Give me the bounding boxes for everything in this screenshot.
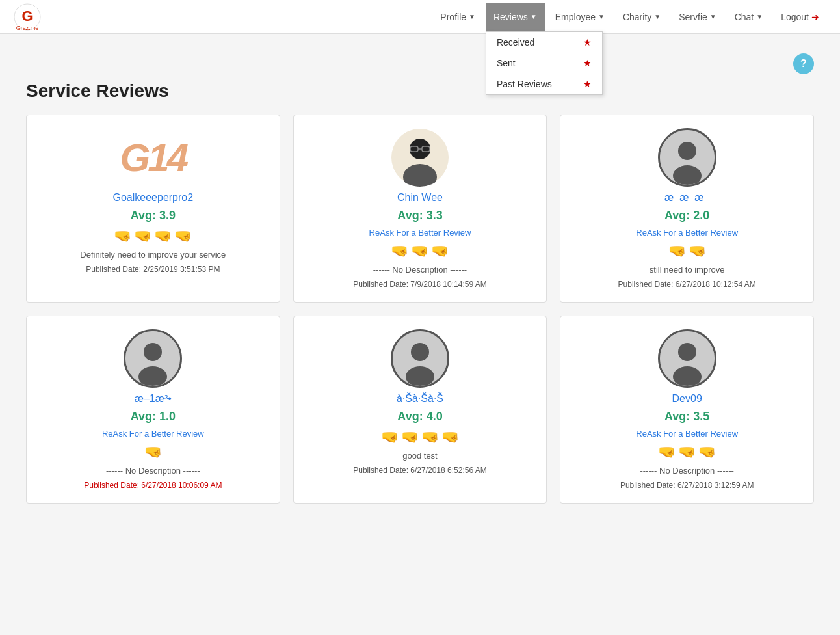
avatar-svg	[660, 331, 715, 386]
user-name[interactable]: Dev09	[672, 393, 702, 405]
svg-point-19	[678, 343, 696, 361]
user-name[interactable]: æ–1æ³•	[135, 393, 172, 405]
help-button[interactable]: ?	[793, 53, 814, 74]
dropdown-item-received[interactable]: Received ★	[486, 32, 602, 53]
pub-date: Published Date: 6/27/2018 10:12:54 AM	[618, 280, 756, 289]
svg-point-10	[678, 142, 696, 160]
reviews-dropdown: Received ★ Sent ★ Past Reviews ★	[486, 31, 603, 95]
sent-label: Sent	[497, 58, 516, 68]
avatar-g14: G14	[114, 128, 192, 187]
past-reviews-star: ★	[583, 79, 592, 89]
chat-caret: ▼	[756, 13, 763, 20]
profile-caret: ▼	[469, 13, 475, 20]
avg-score: Avg: 2.0	[664, 209, 709, 223]
star-icon: 🤜	[154, 228, 172, 245]
review-card: Dev09 Avg: 3.5 ReAsk For a Better Review…	[560, 316, 814, 504]
servfie-caret: ▼	[710, 13, 716, 20]
review-card: Chin Wee Avg: 3.3 ReAsk For a Better Rev…	[293, 115, 547, 303]
pub-date: Published Date: 7/9/2018 10:14:59 AM	[353, 280, 486, 289]
nav-item-employee[interactable]: Employee ▼	[547, 3, 612, 31]
user-name[interactable]: à·Šà·Šà·Š	[397, 393, 443, 405]
avg-score: Avg: 4.0	[397, 410, 442, 424]
stars-row: 🤜🤜🤜	[658, 444, 716, 461]
avatar-photo-svg	[391, 128, 449, 187]
star-icon: 🤜	[668, 243, 686, 260]
reask-link[interactable]: ReAsk For a Better Review	[636, 429, 738, 439]
pub-date: Published Date: 2/25/2019 3:51:53 PM	[86, 265, 220, 274]
star-icon: 🤜	[658, 444, 676, 461]
description: ------ No Description ------	[373, 265, 467, 275]
user-name[interactable]: Goalkeeeperpro2	[113, 192, 194, 204]
star-icon: 🤜	[114, 228, 131, 245]
avatar-photo	[391, 128, 449, 187]
star-icon: 🤜	[401, 429, 419, 446]
star-icon: 🤜	[411, 243, 428, 260]
star-icon: 🤜	[698, 444, 716, 461]
nav-links: Profile ▼ Reviews ▼ Received ★ Sent ★ Pa…	[432, 3, 827, 31]
nav-label-logout: Logout	[781, 12, 809, 22]
charity-caret: ▼	[654, 13, 661, 20]
logout-icon: ➜	[811, 12, 819, 22]
brand-logo: G Graz.me	[13, 3, 42, 31]
description: ------ No Description ------	[640, 466, 733, 476]
nav-label-servfie: Servfie	[679, 12, 707, 22]
stars-row: 🤜🤜🤜🤜	[114, 228, 192, 245]
review-card: æ–1æ³• Avg: 1.0 ReAsk For a Better Revie…	[26, 316, 280, 504]
star-icon: 🤜	[174, 228, 192, 245]
description: ------ No Description ------	[106, 466, 200, 476]
employee-caret: ▼	[598, 13, 605, 20]
avg-score: Avg: 1.0	[131, 410, 176, 424]
nav-item-reviews[interactable]: Reviews ▼ Received ★ Sent ★ Past Reviews…	[486, 3, 545, 31]
page-title: Service Reviews	[26, 81, 814, 101]
past-reviews-label: Past Reviews	[497, 79, 552, 89]
svg-text:Graz.me: Graz.me	[16, 25, 39, 31]
description: Definitely need to improve your service	[80, 250, 226, 260]
nav-item-servfie[interactable]: Servfie ▼	[671, 3, 724, 31]
reask-link[interactable]: ReAsk For a Better Review	[102, 429, 204, 439]
main-content: ? Service Reviews G14 Goalkeeeperpro2 Av…	[0, 34, 840, 523]
nav-item-chat[interactable]: Chat ▼	[727, 3, 770, 31]
nav-label-employee: Employee	[555, 12, 596, 22]
nav-item-logout[interactable]: Logout ➜	[773, 3, 827, 31]
star-icon: 🤜	[441, 429, 459, 446]
review-card: æ¯æ¯æ¯ Avg: 2.0 ReAsk For a Better Revie…	[560, 115, 814, 303]
user-name[interactable]: Chin Wee	[397, 192, 443, 204]
star-icon: 🤜	[134, 228, 151, 245]
avatar-default	[658, 128, 716, 187]
avatar-default	[391, 329, 449, 388]
dropdown-item-sent[interactable]: Sent ★	[486, 53, 602, 74]
stars-row: 🤜🤜	[668, 243, 706, 260]
pub-date: Published Date: 6/27/2018 10:06:09 AM	[84, 481, 222, 490]
nav-label-reviews: Reviews	[493, 12, 528, 22]
nav-item-charity[interactable]: Charity ▼	[615, 3, 668, 31]
nav-label-profile: Profile	[440, 12, 466, 22]
nav-item-profile[interactable]: Profile ▼	[432, 3, 483, 31]
reask-link[interactable]: ReAsk For a Better Review	[636, 228, 738, 237]
svg-point-13	[144, 343, 162, 361]
description: still need to improve	[650, 265, 725, 275]
star-icon: 🤜	[144, 444, 162, 461]
brand-logo-container[interactable]: G Graz.me	[13, 3, 42, 31]
user-name[interactable]: æ¯æ¯æ¯	[664, 192, 709, 204]
svg-point-16	[411, 343, 429, 361]
stars-row: 🤜🤜🤜	[391, 243, 449, 260]
navbar: G Graz.me Profile ▼ Reviews ▼ Received ★…	[0, 0, 840, 34]
avatar-default	[658, 329, 716, 388]
received-star: ★	[583, 37, 592, 47]
review-card: G14 Goalkeeeperpro2 Avg: 3.9 🤜🤜🤜🤜 Defini…	[26, 115, 280, 303]
nav-label-chat: Chat	[735, 12, 754, 22]
avatar-svg	[393, 331, 447, 386]
dropdown-item-past-reviews[interactable]: Past Reviews ★	[486, 74, 602, 94]
received-label: Received	[497, 37, 534, 47]
reask-link[interactable]: ReAsk For a Better Review	[369, 228, 471, 237]
stars-row: 🤜🤜🤜🤜	[381, 429, 459, 446]
stars-row: 🤜	[144, 444, 162, 461]
svg-text:G: G	[21, 8, 33, 24]
avg-score: Avg: 3.3	[397, 209, 442, 223]
star-icon: 🤜	[381, 429, 399, 446]
avg-score: Avg: 3.9	[131, 209, 176, 223]
pub-date: Published Date: 6/27/2018 3:12:59 AM	[620, 481, 754, 490]
star-icon: 🤜	[431, 243, 449, 260]
description: good test	[402, 451, 438, 461]
avatar-svg	[125, 331, 180, 386]
